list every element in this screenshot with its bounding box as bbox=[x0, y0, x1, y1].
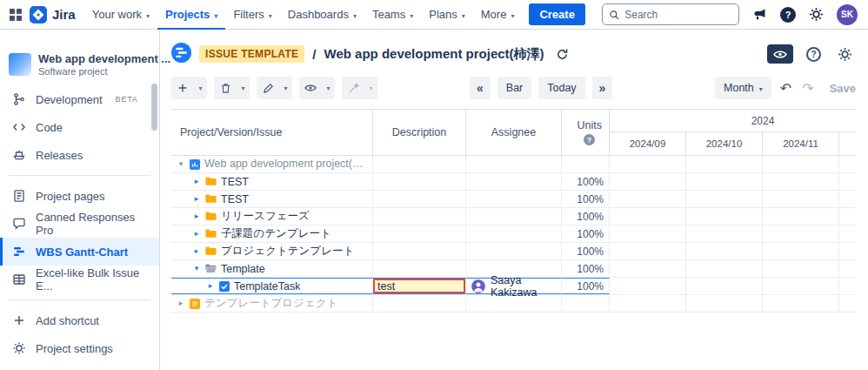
save-button[interactable]: Save bbox=[830, 82, 856, 95]
nav-your-work[interactable]: Your work bbox=[84, 0, 157, 30]
scroll-right-button[interactable]: » bbox=[592, 77, 613, 99]
nav-teams[interactable]: Teams bbox=[364, 0, 421, 30]
sidebar-scrollbar[interactable] bbox=[151, 84, 157, 131]
nav-dashboards[interactable]: Dashboards bbox=[280, 0, 364, 30]
timeline-cell[interactable] bbox=[610, 295, 856, 312]
expand-chevron-icon[interactable] bbox=[192, 178, 201, 185]
assignee-cell[interactable] bbox=[466, 225, 562, 242]
units-cell[interactable] bbox=[562, 295, 610, 312]
assignee-cell[interactable] bbox=[466, 208, 562, 225]
app-switcher-icon[interactable] bbox=[5, 4, 26, 25]
expand-chevron-icon[interactable] bbox=[177, 299, 185, 307]
scroll-left-button[interactable]: « bbox=[470, 77, 491, 99]
today-button[interactable]: Today bbox=[538, 77, 584, 99]
sidebar-item-wbs-gantt-chart[interactable]: WBS Gantt-Chart bbox=[0, 238, 159, 266]
jira-logo[interactable]: Jira bbox=[30, 6, 76, 24]
description-cell[interactable] bbox=[373, 156, 466, 172]
assignee-cell[interactable] bbox=[466, 191, 562, 207]
view-options-button[interactable] bbox=[299, 77, 335, 99]
description-cell[interactable] bbox=[373, 191, 466, 207]
description-cell-editing[interactable]: test bbox=[373, 278, 466, 294]
expand-chevron-icon[interactable] bbox=[192, 230, 201, 238]
collapse-chevron-icon[interactable] bbox=[192, 265, 201, 272]
expand-chevron-icon[interactable] bbox=[192, 195, 201, 203]
units-cell[interactable] bbox=[562, 156, 610, 172]
column-header-assignee[interactable]: Assignee bbox=[466, 110, 562, 155]
expand-chevron-icon[interactable] bbox=[192, 212, 201, 220]
table-row-folder[interactable]: 子課題のテンプレート 100% bbox=[171, 225, 856, 243]
sidebar-item-add-shortcut[interactable]: Add shortcut bbox=[0, 306, 159, 334]
bar-mode-button[interactable]: Bar bbox=[497, 77, 531, 99]
description-cell[interactable] bbox=[373, 243, 466, 259]
assignee-cell[interactable] bbox=[466, 295, 562, 312]
tools-button[interactable] bbox=[342, 77, 377, 99]
table-row-template-project[interactable]: テンプレートプロジェクト bbox=[171, 295, 856, 313]
nav-more[interactable]: More bbox=[473, 0, 523, 30]
create-button[interactable]: Create bbox=[529, 3, 584, 25]
gantt-settings-gear-icon[interactable] bbox=[834, 44, 856, 65]
project-header[interactable]: Web app development ... Software project bbox=[0, 40, 159, 85]
sidebar-item-project-settings[interactable]: Project settings bbox=[0, 334, 159, 362]
assignee-cell[interactable] bbox=[466, 173, 562, 190]
edit-button[interactable] bbox=[257, 77, 292, 99]
timeline-cell[interactable] bbox=[610, 156, 856, 172]
table-row-folder[interactable]: TEST 100% bbox=[171, 191, 856, 208]
column-header-description[interactable]: Description bbox=[373, 110, 466, 155]
sidebar-item-bulk-issue-editor[interactable]: Excel-like Bulk Issue E... bbox=[0, 266, 159, 293]
nav-plans[interactable]: Plans bbox=[421, 0, 473, 30]
collapse-chevron-icon[interactable] bbox=[177, 160, 185, 168]
delete-button[interactable] bbox=[214, 77, 250, 99]
table-row-folder[interactable]: TEST 100% bbox=[171, 173, 856, 191]
user-avatar[interactable]: SK bbox=[837, 4, 858, 25]
description-cell[interactable] bbox=[373, 225, 466, 242]
sidebar-item-development[interactable]: Development BETA bbox=[0, 85, 159, 113]
sidebar-item-code[interactable]: Code bbox=[0, 113, 159, 141]
help-icon[interactable]: ? bbox=[780, 7, 796, 23]
description-cell[interactable] bbox=[373, 208, 466, 225]
timeline-cell[interactable] bbox=[610, 191, 856, 207]
description-cell[interactable] bbox=[373, 295, 466, 312]
description-cell[interactable] bbox=[373, 260, 466, 277]
announcements-icon[interactable] bbox=[749, 3, 771, 25]
help-icon[interactable]: ? bbox=[806, 47, 821, 62]
sidebar-item-project-pages[interactable]: Project pages bbox=[0, 182, 159, 210]
units-cell[interactable]: 100% bbox=[562, 225, 610, 242]
zoom-level-dropdown[interactable]: Month bbox=[715, 77, 771, 99]
units-cell[interactable]: 100% bbox=[562, 208, 610, 225]
search-input[interactable] bbox=[624, 9, 732, 21]
units-cell[interactable]: 100% bbox=[562, 243, 610, 259]
assignee-cell[interactable] bbox=[466, 243, 562, 259]
sidebar-item-canned-responses[interactable]: Canned Responses Pro bbox=[0, 210, 159, 238]
expand-chevron-icon[interactable] bbox=[192, 247, 201, 255]
column-header-project[interactable]: Project/Version/Issue bbox=[171, 110, 373, 155]
timeline-cell[interactable] bbox=[610, 173, 856, 190]
visibility-toggle-button[interactable] bbox=[767, 44, 793, 64]
timeline-cell[interactable] bbox=[610, 260, 856, 277]
table-row-project[interactable]: Web app development project(柿澤) bbox=[171, 156, 856, 173]
units-help-icon[interactable]: ? bbox=[584, 134, 595, 145]
sidebar-item-releases[interactable]: Releases bbox=[0, 141, 159, 169]
units-cell[interactable]: 100% bbox=[562, 260, 610, 277]
table-row-folder[interactable]: リリースフェーズ 100% bbox=[171, 208, 856, 225]
table-row-task-selected[interactable]: TemplateTask test Saaya Kakizawa 100% bbox=[171, 278, 856, 295]
expand-chevron-icon[interactable] bbox=[206, 282, 215, 290]
table-row-folder[interactable]: プロジェクトテンプレート 100% bbox=[171, 243, 856, 260]
nav-filters[interactable]: Filters bbox=[225, 0, 279, 30]
redo-button[interactable]: ↷ bbox=[800, 80, 815, 97]
global-search[interactable] bbox=[602, 3, 739, 25]
timeline-cell[interactable] bbox=[610, 208, 856, 225]
column-header-units[interactable]: Units ? bbox=[562, 110, 610, 155]
timeline-cell[interactable] bbox=[610, 243, 856, 259]
assignee-cell[interactable] bbox=[466, 156, 562, 172]
settings-gear-icon[interactable] bbox=[805, 3, 827, 25]
timeline-cell[interactable] bbox=[610, 225, 856, 242]
units-cell[interactable]: 100% bbox=[562, 173, 610, 190]
timeline-cell[interactable] bbox=[610, 278, 856, 294]
units-cell[interactable]: 100% bbox=[562, 278, 610, 294]
add-issue-button[interactable] bbox=[171, 77, 207, 99]
refresh-icon[interactable] bbox=[552, 44, 572, 64]
units-cell[interactable]: 100% bbox=[562, 191, 610, 207]
assignee-cell[interactable]: Saaya Kakizawa bbox=[466, 278, 562, 294]
undo-button[interactable]: ↶ bbox=[778, 80, 793, 97]
nav-projects[interactable]: Projects bbox=[157, 0, 225, 30]
